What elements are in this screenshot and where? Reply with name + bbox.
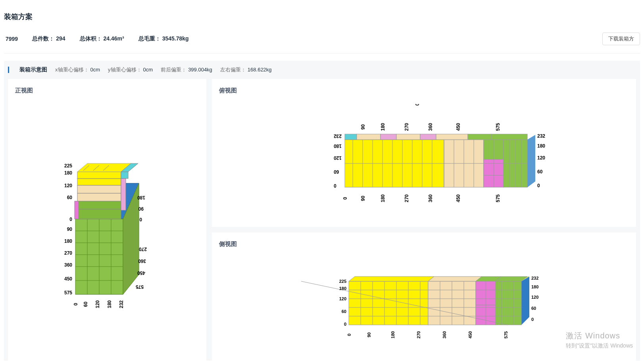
- svg-text:225: 225: [64, 163, 72, 169]
- svg-text:360: 360: [64, 262, 72, 268]
- svg-text:450: 450: [456, 123, 461, 131]
- svg-text:120: 120: [95, 300, 100, 308]
- svg-text:360: 360: [428, 194, 433, 202]
- svg-text:0: 0: [531, 317, 534, 322]
- view-side-card: 侧视图: [212, 232, 636, 361]
- svg-text:232: 232: [531, 276, 538, 280]
- svg-text:270: 270: [404, 123, 409, 131]
- svg-rect-16: [77, 185, 121, 193]
- svg-rect-18: [77, 172, 121, 179]
- svg-text:180: 180: [107, 300, 112, 308]
- metric-y-offset: y轴重心偏移：0cm: [108, 66, 153, 73]
- svg-text:360: 360: [442, 331, 447, 338]
- svg-text:232: 232: [537, 133, 545, 139]
- svg-text:90: 90: [360, 124, 366, 130]
- svg-rect-17: [77, 179, 121, 185]
- svg-text:450: 450: [456, 194, 461, 202]
- svg-text:180: 180: [390, 331, 395, 338]
- svg-marker-120: [496, 277, 527, 281]
- svg-text:90: 90: [360, 196, 366, 201]
- svg-text:120: 120: [64, 183, 72, 188]
- header-marker-icon: [8, 67, 9, 73]
- svg-text:90: 90: [138, 206, 144, 211]
- summary-count: 总件数：294: [32, 35, 65, 42]
- summary-weight: 总毛重：3545.78kg: [138, 35, 189, 42]
- diagram-header: 装箱示意图 x轴重心偏移：0cm y轴重心偏移：0cm 前后偏重：399.004…: [4, 61, 640, 79]
- svg-text:575: 575: [495, 123, 501, 131]
- svg-rect-116: [496, 281, 521, 325]
- svg-rect-19: [121, 179, 126, 210]
- svg-text:180: 180: [137, 195, 145, 200]
- svg-rect-63: [468, 134, 492, 140]
- svg-marker-110: [521, 277, 529, 325]
- svg-text:90: 90: [367, 332, 371, 337]
- view-side-title: 侧视图: [219, 240, 629, 248]
- svg-text:0: 0: [333, 183, 336, 188]
- metric-fb-weight: 前后偏重：399.004kg: [161, 66, 212, 73]
- svg-text:60: 60: [341, 309, 346, 314]
- svg-text:120: 120: [537, 155, 545, 161]
- svg-rect-61: [420, 134, 436, 140]
- svg-marker-118: [428, 277, 482, 281]
- svg-text:60: 60: [537, 169, 543, 175]
- svg-text:120: 120: [531, 295, 538, 300]
- svg-text:0: 0: [73, 303, 79, 305]
- view-top-card: 俯视图: [212, 79, 636, 227]
- metric-x-offset: x轴重心偏移：0cm: [55, 66, 100, 73]
- svg-text:60: 60: [333, 169, 339, 175]
- svg-text:0: 0: [342, 197, 348, 200]
- svg-text:360: 360: [138, 258, 146, 264]
- svg-text:180: 180: [339, 286, 346, 291]
- svg-text:180: 180: [64, 170, 72, 176]
- svg-text:60: 60: [83, 301, 88, 307]
- svg-rect-20: [121, 172, 128, 179]
- svg-text:575: 575: [64, 290, 72, 296]
- svg-text:450: 450: [468, 331, 473, 338]
- svg-rect-59: [381, 134, 396, 140]
- svg-rect-57: [345, 134, 357, 140]
- svg-text:575: 575: [495, 194, 501, 202]
- svg-text:450: 450: [137, 270, 145, 276]
- summary-code: 7999: [4, 36, 18, 42]
- svg-text:180: 180: [537, 143, 545, 149]
- svg-text:60: 60: [531, 306, 536, 311]
- side-view-chart: 225 180 120 60 0 232 180 120 60 0: [301, 257, 547, 349]
- view-front-card: 正视图: [8, 79, 206, 361]
- metric-lr-weight: 左右偏重：168.622kg: [220, 66, 272, 73]
- svg-text:180: 180: [531, 284, 538, 289]
- diagram-title: 装箱示意图: [19, 66, 47, 73]
- download-button[interactable]: 下载装箱方: [602, 33, 640, 45]
- svg-text:360: 360: [428, 123, 433, 131]
- svg-rect-14: [75, 201, 79, 219]
- svg-text:0: 0: [344, 322, 346, 326]
- svg-rect-62: [436, 134, 468, 140]
- svg-text:270: 270: [64, 250, 72, 256]
- svg-text:180: 180: [333, 143, 341, 149]
- svg-text:120: 120: [339, 296, 346, 301]
- svg-text:575: 575: [136, 284, 144, 290]
- summary-volume: 总体积：24.46m³: [80, 35, 124, 42]
- svg-text:90: 90: [67, 227, 73, 232]
- svg-text:270: 270: [416, 331, 421, 338]
- svg-text:180: 180: [380, 123, 386, 131]
- svg-rect-12: [77, 209, 121, 219]
- svg-rect-13: [77, 201, 121, 209]
- top-view-chart: 0 90 180 270 360 450 575 0 90 180: [301, 104, 547, 215]
- svg-text:232: 232: [119, 300, 124, 308]
- svg-text:0: 0: [139, 217, 142, 222]
- svg-text:270: 270: [404, 194, 409, 202]
- svg-text:180: 180: [380, 194, 386, 202]
- view-top-title: 俯视图: [219, 87, 629, 94]
- svg-rect-64: [492, 134, 527, 140]
- svg-text:60: 60: [67, 195, 73, 200]
- svg-text:575: 575: [504, 331, 508, 338]
- svg-text:120: 120: [333, 155, 341, 161]
- svg-rect-15: [77, 193, 121, 201]
- svg-text:0: 0: [414, 104, 420, 106]
- view-front-title: 正视图: [15, 87, 199, 94]
- svg-text:450: 450: [64, 276, 72, 282]
- svg-text:180: 180: [64, 238, 72, 244]
- svg-text:225: 225: [339, 279, 346, 284]
- page-title: 装箱方案: [4, 12, 640, 21]
- svg-text:270: 270: [139, 246, 147, 252]
